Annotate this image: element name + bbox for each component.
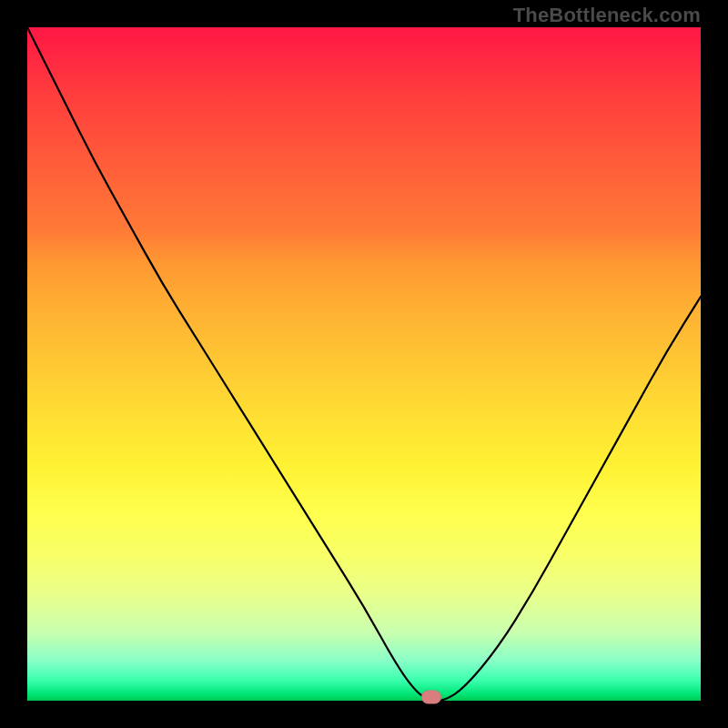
curve-svg bbox=[27, 27, 701, 701]
chart-frame: TheBottleneck.com bbox=[0, 0, 728, 728]
watermark-text: TheBottleneck.com bbox=[513, 4, 701, 27]
minimum-marker bbox=[421, 691, 441, 704]
bottleneck-curve bbox=[27, 27, 701, 701]
plot-area bbox=[27, 27, 701, 701]
